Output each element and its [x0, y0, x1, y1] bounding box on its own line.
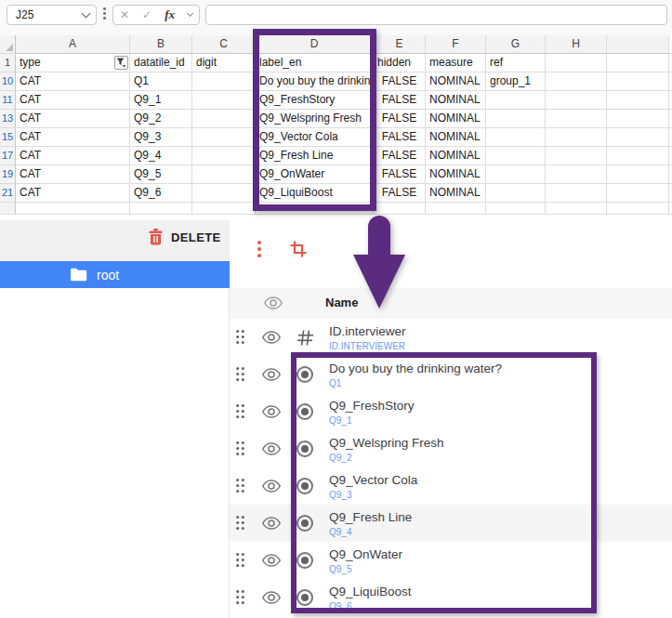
cell-f15[interactable]: NOMINAL	[426, 128, 486, 147]
cell-c1[interactable]: digit	[192, 54, 256, 72]
cell-i1[interactable]	[607, 54, 669, 72]
column-header-d[interactable]: D	[256, 35, 374, 54]
visibility-icon[interactable]	[262, 591, 281, 604]
column-header-h[interactable]: H	[546, 35, 607, 54]
chevron-down-icon[interactable]	[82, 9, 91, 19]
drag-handle-icon[interactable]	[235, 552, 245, 568]
formula-input[interactable]	[205, 5, 667, 25]
cell-e15[interactable]: FALSE	[374, 128, 426, 147]
cell-g19[interactable]	[486, 165, 546, 184]
drag-handle-icon[interactable]	[235, 366, 245, 382]
cell-f1[interactable]: measure	[426, 54, 486, 72]
insert-function-icon[interactable]: fx	[165, 7, 175, 22]
cell-e21[interactable]: FALSE	[374, 184, 426, 203]
cell-i10[interactable]	[607, 72, 669, 91]
cell-i21[interactable]	[607, 184, 669, 203]
cell-a1[interactable]: type	[16, 54, 130, 72]
variable-row[interactable]: Q9_Welspring Fresh Q9_2	[230, 430, 672, 467]
drag-handle-icon[interactable]	[235, 478, 245, 493]
cell-c15[interactable]	[192, 128, 256, 147]
cell-c17[interactable]	[192, 147, 256, 165]
cell-b15[interactable]: Q9_3	[130, 128, 192, 147]
row-number[interactable]: 19	[0, 165, 16, 184]
crop-icon[interactable]	[289, 240, 308, 258]
delete-button[interactable]: DELETE	[149, 229, 221, 245]
cell-d21[interactable]: Q9_LiquiBoost	[256, 184, 374, 203]
drag-handle-icon[interactable]	[235, 515, 245, 531]
cell-b13[interactable]: Q9_2	[130, 110, 192, 128]
cell-b10[interactable]: Q1	[130, 72, 192, 91]
cell-h17[interactable]	[546, 147, 607, 165]
cell-i19[interactable]	[607, 165, 669, 184]
drag-handle-icon[interactable]	[235, 329, 245, 345]
cell-b17[interactable]: Q9_4	[130, 147, 192, 165]
cancel-entry-icon[interactable]: ✕	[120, 8, 129, 21]
cell-a10[interactable]: CAT	[16, 72, 130, 91]
cell-e10[interactable]: FALSE	[374, 72, 426, 91]
formula-bar-overflow-icon[interactable]	[103, 7, 106, 20]
cell-g10[interactable]: group_1	[486, 72, 546, 91]
drag-handle-icon[interactable]	[235, 440, 245, 456]
cell-c10[interactable]	[192, 72, 256, 91]
visibility-icon[interactable]	[262, 331, 281, 344]
visibility-icon[interactable]	[262, 480, 281, 493]
column-header-g[interactable]: G	[486, 35, 546, 54]
cell-c13[interactable]	[192, 110, 256, 128]
variable-row[interactable]: Q9_Vector Cola Q9_3	[230, 467, 672, 505]
visibility-icon[interactable]	[262, 405, 281, 418]
cell-i13[interactable]	[607, 110, 669, 128]
visibility-all-icon[interactable]	[264, 296, 283, 309]
column-header-a[interactable]: A	[16, 35, 130, 54]
cell-a19[interactable]: CAT	[16, 165, 130, 184]
cell-a21[interactable]: CAT	[16, 184, 130, 203]
cell-d11[interactable]: Q9_FreshStory	[256, 91, 374, 110]
cell-c19[interactable]	[192, 165, 256, 184]
column-header-e[interactable]: E	[374, 35, 426, 54]
cell-a11[interactable]: CAT	[16, 91, 130, 110]
visibility-icon[interactable]	[262, 368, 281, 381]
drag-handle-icon[interactable]	[235, 403, 245, 419]
column-header-b[interactable]: B	[130, 35, 192, 54]
cell-e13[interactable]: FALSE	[374, 110, 426, 128]
cell-h10[interactable]	[546, 72, 607, 91]
cell-h1[interactable]	[546, 54, 607, 72]
variable-row[interactable]: Q9_FreshStory Q9_1	[230, 393, 672, 430]
cell-f17[interactable]: NOMINAL	[426, 147, 486, 165]
cell-h11[interactable]	[546, 91, 607, 110]
cell-g21[interactable]	[486, 184, 546, 203]
cell-f19[interactable]: NOMINAL	[426, 165, 486, 184]
cell-d19[interactable]: Q9_OnWater	[256, 165, 374, 184]
row-number[interactable]: 10	[0, 72, 16, 91]
cell-d1[interactable]: label_en	[256, 54, 374, 72]
cell-h21[interactable]	[546, 184, 607, 203]
cell-name-box[interactable]: J25	[7, 5, 97, 25]
cell-i11[interactable]	[607, 91, 669, 110]
cell-f10[interactable]: NOMINAL	[426, 72, 486, 91]
cell-h15[interactable]	[546, 128, 607, 147]
tree-item-root[interactable]: root	[0, 261, 230, 288]
cell-g1[interactable]: ref	[486, 54, 546, 72]
cell-h13[interactable]	[546, 110, 607, 128]
cell-g15[interactable]	[486, 128, 546, 147]
cell-c11[interactable]	[192, 91, 256, 110]
select-all-corner[interactable]	[0, 35, 16, 54]
cell-b1[interactable]: datatile_id	[130, 54, 192, 72]
cell-a15[interactable]: CAT	[16, 128, 130, 147]
visibility-icon[interactable]	[262, 554, 281, 567]
cell-i15[interactable]	[607, 128, 669, 147]
row-number[interactable]: 1	[0, 54, 16, 72]
variable-row[interactable]: Q9_LiquiBoost Q9_6	[230, 579, 672, 616]
cell-d15[interactable]: Q9_Vector Cola	[256, 128, 374, 147]
cell-b19[interactable]: Q9_5	[130, 165, 192, 184]
cell-i17[interactable]	[607, 147, 669, 165]
variable-row[interactable]: ID.interviewer ID.INTERVIEWER	[230, 319, 672, 356]
cell-d17[interactable]: Q9_Fresh Line	[256, 147, 374, 165]
cell-e19[interactable]: FALSE	[374, 165, 426, 184]
row-number[interactable]: 17	[0, 147, 16, 165]
cell-a17[interactable]: CAT	[16, 147, 130, 165]
column-header-i[interactable]	[607, 35, 669, 54]
chevron-down-icon[interactable]	[187, 10, 193, 17]
visibility-icon[interactable]	[262, 517, 281, 530]
variable-row[interactable]: Do you buy the drinking water? Q1	[230, 356, 672, 393]
cell-g17[interactable]	[486, 147, 546, 165]
